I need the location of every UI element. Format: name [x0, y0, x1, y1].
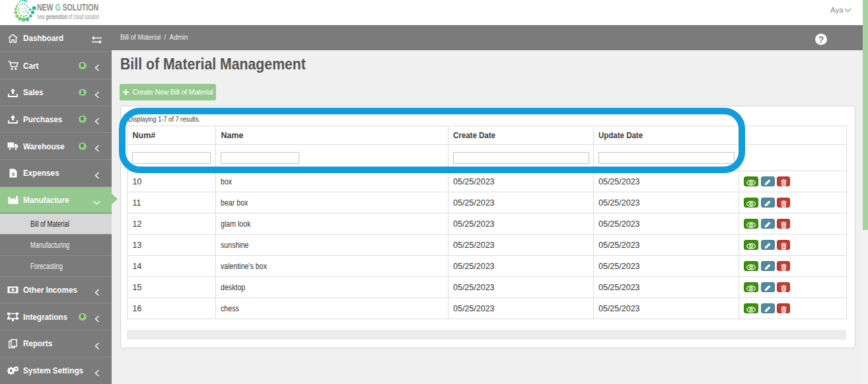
svg-text:new generation of cloud soluti: new generation of cloud solution: [37, 13, 99, 20]
svg-text:NEW G SOLUTION: NEW G SOLUTION: [37, 1, 98, 13]
